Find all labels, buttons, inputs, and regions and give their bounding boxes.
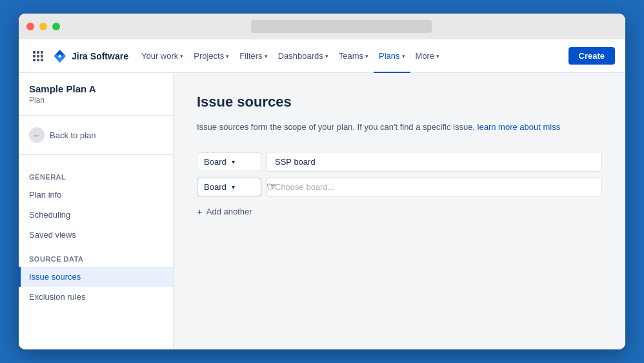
- chevron-down-icon: ▾: [325, 53, 328, 59]
- sidebar-item-scheduling[interactable]: Scheduling: [19, 205, 173, 225]
- app-window: Jira Software Your work ▾ Projects ▾ Fil…: [19, 14, 625, 349]
- chevron-down-icon: ▾: [180, 53, 183, 59]
- apps-menu-button[interactable]: [29, 47, 47, 65]
- sidebar-item-saved-views[interactable]: Saved views: [19, 225, 173, 245]
- nav-item-more[interactable]: More ▾: [410, 39, 445, 73]
- general-section-label: GENERAL: [19, 173, 173, 185]
- source-type-select-1[interactable]: Board ▾: [197, 152, 261, 171]
- source-value-1[interactable]: SSP board: [267, 152, 602, 172]
- content-area: Issue sources Issue sources form the sco…: [174, 73, 625, 349]
- close-button[interactable]: [26, 23, 34, 30]
- navbar: Jira Software Your work ▾ Projects ▾ Fil…: [19, 39, 625, 73]
- source-row-1: Board ▾ SSP board: [197, 152, 602, 172]
- nav-item-teams[interactable]: Teams ▾: [334, 39, 374, 73]
- apps-grid-icon: [33, 51, 43, 61]
- sidebar-item-plan-info[interactable]: Plan info: [19, 185, 173, 205]
- plan-name: Sample Plan A: [19, 83, 173, 96]
- source-row-2: Board ▾ Choose board... ☞: [197, 177, 602, 197]
- plan-subtitle: Plan: [19, 96, 173, 115]
- chevron-down-icon: ▾: [436, 53, 439, 59]
- page-title: Issue sources: [197, 94, 602, 110]
- minimize-button[interactable]: [39, 23, 47, 30]
- sidebar-item-exclusion-rules[interactable]: Exclusion rules: [19, 287, 173, 307]
- chevron-down-icon: ▾: [232, 183, 235, 191]
- nav-item-plans[interactable]: Plans ▾: [374, 39, 410, 73]
- logo-text: Jira Software: [72, 51, 128, 61]
- back-to-plan-button[interactable]: ← Back to plan: [19, 123, 173, 147]
- add-another-button[interactable]: + Add another: [197, 202, 602, 221]
- chevron-down-icon: ▾: [232, 158, 235, 165]
- sidebar-item-issue-sources[interactable]: Issue sources: [19, 267, 173, 287]
- main-area: Sample Plan A Plan ← Back to plan GENERA…: [19, 73, 625, 349]
- chevron-down-icon: ▾: [265, 53, 268, 59]
- logo[interactable]: Jira Software: [52, 48, 128, 64]
- sidebar-divider: [19, 115, 173, 116]
- titlebar: [19, 14, 625, 39]
- nav-item-dashboards[interactable]: Dashboards ▾: [273, 39, 334, 73]
- chevron-down-icon: ▾: [365, 53, 368, 59]
- chevron-down-icon: ▾: [226, 53, 229, 59]
- back-label: Back to plan: [50, 130, 96, 140]
- content-description: Issue sources form the scope of your pla…: [197, 121, 602, 134]
- address-bar[interactable]: [251, 20, 432, 33]
- chevron-down-icon: ▾: [402, 53, 405, 59]
- maximize-button[interactable]: [52, 23, 60, 30]
- source-value-placeholder-2[interactable]: Choose board...: [267, 177, 602, 197]
- section-gap: [19, 163, 173, 173]
- sidebar-divider-2: [19, 154, 173, 155]
- source-type-select-2[interactable]: Board ▾: [197, 178, 261, 196]
- jira-logo-icon: [52, 48, 68, 64]
- learn-more-link[interactable]: learn more about miss: [478, 122, 561, 132]
- section-gap-2: [19, 245, 173, 255]
- plus-icon: +: [197, 206, 203, 217]
- nav-item-filters[interactable]: Filters ▾: [234, 39, 272, 73]
- create-button[interactable]: Create: [569, 47, 615, 65]
- source-data-section-label: SOURCE DATA: [19, 255, 173, 267]
- sidebar: Sample Plan A Plan ← Back to plan GENERA…: [19, 73, 174, 349]
- nav-item-your-work[interactable]: Your work ▾: [136, 39, 188, 73]
- add-another-label: Add another: [206, 207, 252, 216]
- nav-item-projects[interactable]: Projects ▾: [188, 39, 234, 73]
- back-arrow-icon: ←: [29, 127, 45, 143]
